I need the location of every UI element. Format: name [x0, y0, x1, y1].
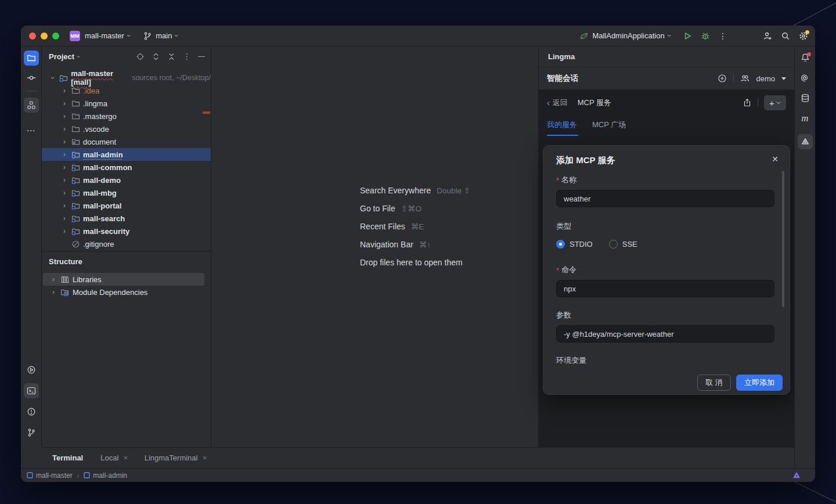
shortcut-row: Drop files here to open them — [360, 258, 470, 267]
search-icon[interactable] — [781, 31, 790, 41]
close-icon[interactable]: ✕ — [772, 154, 779, 164]
back-chevron-icon[interactable]: ‹ — [547, 98, 550, 107]
shortcut-label: Search Everywhere — [360, 186, 431, 195]
collapse-all-button[interactable] — [167, 52, 176, 61]
chevron-right-icon[interactable]: › — [61, 189, 68, 197]
lingma-panel: Lingma 智能会话 demo ‹ — [539, 46, 794, 447]
tree-item-mall-security[interactable]: › mall-security — [42, 225, 211, 237]
maven-icon[interactable]: m — [801, 114, 808, 123]
terminal-toolwindow-button[interactable] — [24, 383, 39, 398]
terminal-tab-local[interactable]: Local ✕ — [100, 453, 128, 462]
account-name[interactable]: demo — [756, 74, 775, 83]
structure-item-module-dependencies[interactable]: › Module Dependencies — [42, 286, 211, 298]
hide-panel-button[interactable]: — — [198, 53, 205, 60]
chevron-down-icon[interactable] — [781, 77, 786, 80]
chevron-right-icon[interactable]: › — [61, 163, 68, 171]
database-icon[interactable] — [801, 93, 810, 103]
minimize-window-button[interactable] — [41, 33, 48, 39]
chevron-expanded-icon[interactable]: › — [49, 75, 57, 81]
name-input[interactable] — [556, 190, 774, 207]
tree-item-mall-portal[interactable]: › mall-portal — [42, 199, 211, 212]
chevron-right-icon[interactable]: › — [61, 125, 68, 133]
project-panel: Project › ⋮ — [42, 46, 211, 447]
panel-options-button[interactable]: ⋮ — [183, 52, 191, 60]
tree-item-vscode[interactable]: › .vscode — [42, 123, 211, 135]
project-panel-title[interactable]: Project — [49, 52, 74, 61]
run-configuration-selector[interactable]: MallAdminApplication › — [579, 31, 671, 41]
terminal-tab-lingma[interactable]: LingmaTerminal ✕ — [145, 453, 207, 462]
select-opened-file-button[interactable] — [136, 52, 145, 61]
expand-all-button[interactable] — [152, 52, 160, 61]
cancel-button[interactable]: 取 消 — [697, 375, 731, 391]
chevron-right-icon[interactable]: › — [50, 288, 57, 296]
close-tab-icon[interactable]: ✕ — [123, 455, 128, 461]
run-button[interactable] — [683, 31, 692, 41]
tree-item-root[interactable]: › mall-master [mall] sources root, ~/Des… — [42, 71, 211, 84]
close-window-button[interactable] — [29, 33, 36, 39]
command-input[interactable] — [556, 280, 774, 297]
chevron-right-icon[interactable]: › — [61, 87, 68, 95]
maximize-window-button[interactable] — [52, 33, 59, 39]
chevron-right-icon[interactable]: › — [61, 176, 68, 184]
services-toolwindow-button[interactable] — [27, 365, 36, 375]
chevron-right-icon[interactable]: › — [61, 99, 68, 107]
project-selector[interactable]: mall-master › — [85, 31, 130, 40]
problems-toolwindow-button[interactable] — [27, 407, 36, 416]
lingma-status-icon[interactable] — [792, 471, 801, 480]
tab-mcp-marketplace[interactable]: MCP 广场 — [592, 120, 626, 136]
dialog-scrollbar[interactable] — [782, 171, 784, 307]
breadcrumb-mall-master[interactable]: mall-master — [27, 471, 73, 480]
breadcrumb-separator: › — [77, 472, 80, 479]
tree-item-mall-common[interactable]: › mall-common — [42, 161, 211, 174]
tab-my-services[interactable]: 我的服务 — [547, 120, 577, 136]
mcp-page-title: MCP 服务 — [578, 98, 611, 108]
submit-button[interactable]: 立即添加 — [736, 375, 783, 391]
radio-sse[interactable]: SSE — [609, 240, 637, 249]
structure-toolwindow-button[interactable] — [24, 98, 39, 113]
tree-item-lingma[interactable]: › .lingma — [42, 97, 211, 110]
tree-item-gitignore[interactable]: .gitignore — [42, 237, 211, 250]
chevron-right-icon[interactable]: › — [50, 275, 57, 283]
tree-item-label: mall-common — [83, 163, 132, 172]
breadcrumb-mall-admin[interactable]: mall-admin — [84, 471, 127, 480]
back-button[interactable]: 返回 — [553, 98, 568, 108]
tree-item-mall-mbg[interactable]: › mall-mbg — [42, 186, 211, 199]
lingma-toolwindow-button[interactable] — [798, 134, 813, 149]
settings-button[interactable] — [799, 31, 808, 41]
ai-assistant-spiral-icon[interactable] — [801, 73, 810, 82]
project-toolwindow-button[interactable] — [24, 51, 39, 66]
session-title: 智能会话 — [547, 73, 578, 84]
chevron-right-icon[interactable]: › — [61, 227, 68, 235]
terminal-title[interactable]: Terminal — [52, 453, 83, 462]
radio-stdio[interactable]: STDIO — [556, 240, 593, 249]
chevron-right-icon[interactable]: › — [61, 112, 68, 120]
tree-item-mall-search[interactable]: › mall-search — [42, 212, 211, 225]
chevron-right-icon[interactable]: › — [61, 214, 68, 222]
structure-item-libraries[interactable]: › Libraries — [43, 273, 204, 286]
more-actions-button[interactable]: ⋮ — [719, 31, 727, 41]
tree-item-idea[interactable]: › .idea — [42, 84, 211, 97]
project-badge: MM — [70, 31, 80, 41]
commit-toolwindow-button[interactable] — [27, 73, 36, 82]
divider — [758, 99, 758, 107]
add-mcp-service-button[interactable]: + — [764, 95, 786, 110]
branch-selector[interactable]: main › — [143, 31, 178, 41]
git-toolwindow-button[interactable] — [27, 428, 36, 437]
terminal-toolwindow-header: Terminal Local ✕ LingmaTerminal ✕ — [42, 447, 794, 468]
tree-item-mall-admin[interactable]: › mall-admin — [42, 148, 211, 161]
notifications-button[interactable] — [801, 53, 810, 62]
debug-button[interactable] — [701, 31, 710, 41]
tree-item-mall-demo[interactable]: › mall-demo — [42, 174, 211, 186]
export-icon[interactable] — [743, 98, 752, 107]
tree-item-mastergo[interactable]: › .mastergo — [42, 110, 211, 123]
more-toolwindows-button[interactable]: ⋯ — [27, 125, 36, 136]
chevron-down-icon: › — [665, 34, 673, 37]
chevron-right-icon[interactable]: › — [61, 201, 68, 210]
args-input[interactable] — [556, 325, 774, 343]
chevron-right-icon[interactable]: › — [61, 138, 68, 146]
close-tab-icon[interactable]: ✕ — [202, 455, 207, 461]
tree-item-document[interactable]: › document — [42, 135, 211, 148]
new-session-button[interactable] — [718, 74, 727, 83]
chevron-right-icon[interactable]: › — [61, 150, 68, 159]
add-user-button[interactable] — [763, 31, 772, 41]
